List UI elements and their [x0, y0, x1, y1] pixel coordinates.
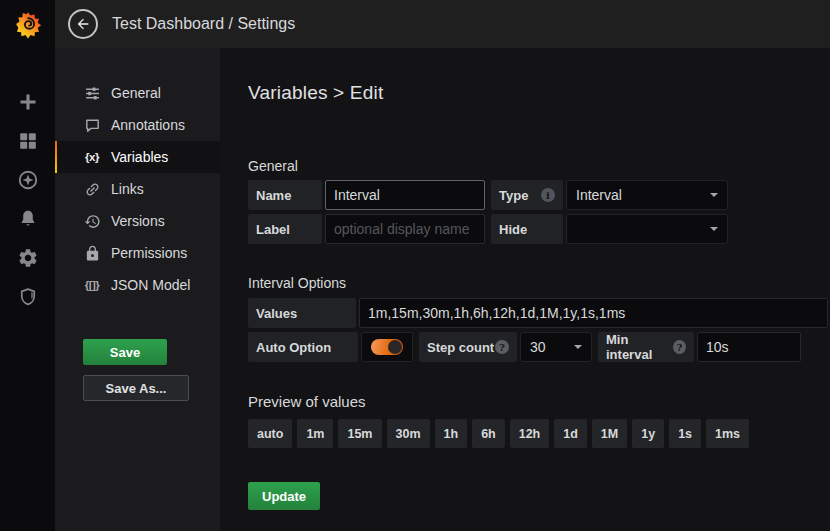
- json-braces-icon: {[]}: [83, 279, 101, 291]
- min-interval-input[interactable]: [697, 332, 801, 362]
- chevron-down-icon: [710, 193, 718, 197]
- general-section-heading: General: [248, 158, 828, 174]
- alerting-bell-icon[interactable]: [17, 208, 39, 230]
- explore-compass-icon[interactable]: [17, 169, 39, 191]
- min-interval-group: Min interval ?: [598, 332, 801, 362]
- preview-pill: 12h: [510, 419, 550, 448]
- toggle-knob: [388, 340, 402, 354]
- nav-item-variables[interactable]: {x} Variables: [55, 141, 220, 173]
- dashboard-settings-nav: General Annotations {x} Variables Links: [55, 48, 220, 531]
- type-field-group: Type i Interval: [491, 180, 728, 210]
- step-count-group: Step count ? 30: [419, 332, 592, 362]
- values-row: Values: [248, 298, 828, 328]
- preview-pill: 30m: [387, 419, 430, 448]
- nav-item-label: Variables: [111, 149, 168, 165]
- save-button-group: Save Save As...: [55, 339, 220, 401]
- name-input[interactable]: [325, 180, 485, 210]
- chevron-down-icon: [710, 227, 718, 231]
- values-label: Values: [248, 298, 356, 328]
- name-field-group: Name: [248, 180, 485, 210]
- values-input[interactable]: [359, 298, 828, 328]
- nav-item-label: Permissions: [111, 245, 187, 261]
- link-icon: [83, 181, 101, 198]
- sliders-icon: [83, 85, 101, 102]
- nav-item-links[interactable]: Links: [55, 173, 220, 205]
- save-as-button[interactable]: Save As...: [83, 375, 189, 401]
- nav-item-permissions[interactable]: Permissions: [55, 237, 220, 269]
- interval-options-heading: Interval Options: [248, 275, 828, 291]
- configuration-gear-icon[interactable]: [17, 247, 39, 269]
- values-field-group: Values: [248, 298, 828, 328]
- main-content: Variables > Edit General Name Type i Int…: [220, 48, 830, 531]
- type-select[interactable]: Interval: [566, 180, 728, 210]
- preview-pill: 15m: [338, 419, 381, 448]
- label-label: Label: [248, 214, 322, 244]
- grafana-flame-icon: [13, 9, 43, 39]
- preview-pill: 1d: [554, 419, 587, 448]
- min-interval-label: Min interval ?: [598, 332, 694, 362]
- name-type-row: Name Type i Interval: [248, 180, 828, 210]
- top-header: Test Dashboard / Settings: [0, 0, 830, 48]
- history-icon: [83, 213, 101, 230]
- chevron-down-icon: [574, 345, 582, 349]
- step-count-label-text: Step count: [427, 340, 494, 355]
- grafana-logo[interactable]: [0, 0, 55, 48]
- nav-item-label: Versions: [111, 213, 165, 229]
- hide-select[interactable]: [566, 214, 728, 244]
- step-count-select[interactable]: 30: [520, 332, 592, 362]
- add-icon[interactable]: [17, 91, 39, 113]
- auto-option-row: Auto Option Step count ? 30 Min interval: [248, 332, 828, 362]
- preview-pill: 1ms: [706, 419, 749, 448]
- help-icon[interactable]: ?: [673, 340, 686, 354]
- lock-icon: [83, 245, 101, 262]
- type-label: Type i: [491, 180, 563, 210]
- nav-item-label: JSON Model: [111, 277, 190, 293]
- hide-label: Hide: [491, 214, 563, 244]
- save-button[interactable]: Save: [83, 339, 167, 365]
- preview-pills: auto 1m 15m 30m 1h 6h 12h 1d 1M 1y 1s 1m…: [248, 419, 828, 448]
- preview-heading: Preview of values: [248, 393, 828, 410]
- preview-pill: 1y: [632, 419, 664, 448]
- side-iconbar: [0, 48, 55, 531]
- dashboards-icon[interactable]: [17, 130, 39, 152]
- nav-item-versions[interactable]: Versions: [55, 205, 220, 237]
- nav-item-label: Links: [111, 181, 144, 197]
- nav-item-general[interactable]: General: [55, 77, 220, 109]
- auto-option-toggle[interactable]: [361, 332, 413, 362]
- comment-icon: [83, 117, 101, 134]
- label-input[interactable]: [325, 214, 485, 244]
- preview-pill: auto: [248, 419, 292, 448]
- preview-pill: 6h: [472, 419, 505, 448]
- back-arrow-icon: [75, 16, 91, 32]
- info-icon[interactable]: i: [541, 188, 555, 202]
- hide-field-group: Hide: [491, 214, 728, 244]
- page-breadcrumb: Test Dashboard / Settings: [112, 0, 295, 48]
- nav-item-label: General: [111, 85, 161, 101]
- grafana-app: Test Dashboard / Settings: [0, 0, 830, 531]
- toggle-on-icon: [371, 339, 403, 355]
- nav-item-label: Annotations: [111, 117, 185, 133]
- type-label-text: Type: [499, 188, 528, 203]
- type-select-value: Interval: [576, 187, 622, 203]
- back-button[interactable]: [68, 9, 98, 39]
- min-interval-label-text: Min interval: [606, 332, 673, 362]
- preview-pill: 1m: [297, 419, 333, 448]
- page-title: Variables > Edit: [248, 82, 828, 104]
- preview-pill: 1s: [669, 419, 701, 448]
- auto-option-label: Auto Option: [248, 332, 358, 362]
- name-label: Name: [248, 180, 322, 210]
- label-hide-row: Label Hide: [248, 214, 828, 244]
- update-button[interactable]: Update: [248, 482, 320, 510]
- label-field-group: Label: [248, 214, 485, 244]
- step-count-label: Step count ?: [419, 332, 517, 362]
- preview-pill: 1M: [592, 419, 627, 448]
- nav-item-json-model[interactable]: {[]} JSON Model: [55, 269, 220, 301]
- variables-braces-icon: {x}: [83, 151, 101, 163]
- help-icon[interactable]: ?: [495, 340, 509, 354]
- preview-pill: 1h: [435, 419, 468, 448]
- auto-option-group: Auto Option: [248, 332, 413, 362]
- step-count-value: 30: [530, 339, 546, 355]
- admin-shield-icon[interactable]: [17, 286, 39, 308]
- nav-item-annotations[interactable]: Annotations: [55, 109, 220, 141]
